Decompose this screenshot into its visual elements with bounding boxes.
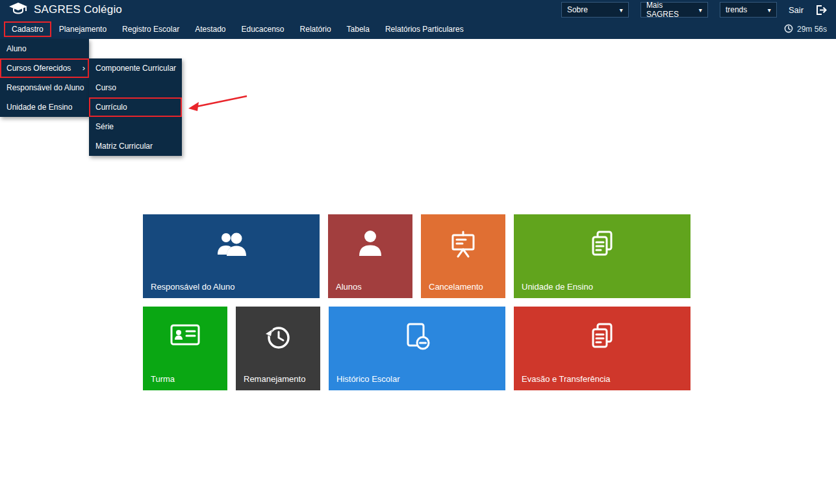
tile-label: Turma	[151, 374, 175, 384]
submenu-item-label: Matriz Curricular	[95, 136, 153, 156]
mais-sagres-dropdown-label: Mais SAGRES	[646, 1, 694, 19]
nav-item-planejamento[interactable]: Planejamento	[51, 21, 114, 37]
submenu-item-label: Série	[95, 117, 114, 136]
nav-item-tabela[interactable]: Tabela	[339, 21, 377, 37]
sobre-dropdown[interactable]: Sobre ▾	[561, 2, 629, 18]
submenu-item-componente-curricular[interactable]: Componente Curricular	[89, 58, 182, 78]
clock-icon	[784, 24, 793, 35]
session-timer: 29m 56s	[784, 24, 836, 35]
nav-item-relatorio[interactable]: Relatório	[292, 21, 339, 37]
top-bar: SAGRES Colégio Sobre ▾ Mais SAGRES ▾ tre…	[0, 0, 836, 19]
chevron-right-icon: ›	[82, 58, 85, 78]
tile-cancelamento[interactable]: Cancelamento	[421, 214, 505, 298]
tile-label: Alunos	[336, 282, 362, 292]
user-icon	[357, 230, 383, 260]
submenu-item-label: Currículo	[95, 97, 127, 117]
annotation-arrow	[184, 92, 249, 117]
tile-alunos[interactable]: Alunos	[328, 214, 412, 298]
chevron-down-icon: ▾	[768, 6, 771, 14]
brand: SAGRES Colégio	[0, 2, 122, 18]
tile-unidade-de-ensino[interactable]: Unidade de Ensino	[514, 214, 690, 298]
presentation-board-icon	[448, 230, 478, 262]
nav-item-relatorios-particulares[interactable]: Relatórios Particulares	[377, 21, 472, 37]
sair-link[interactable]: Sair	[789, 5, 804, 15]
menu-item-aluno[interactable]: Aluno	[0, 39, 89, 58]
users-icon	[214, 230, 248, 260]
copy-documents-icon	[587, 322, 617, 353]
submenu-item-serie[interactable]: Série	[89, 117, 182, 136]
chevron-down-icon: ▾	[699, 6, 702, 14]
logout-icon[interactable]	[815, 5, 827, 16]
tile-evasao-e-transferencia[interactable]: Evasão e Transferência	[514, 307, 690, 390]
tile-label: Cancelamento	[429, 282, 483, 292]
id-card-icon	[169, 322, 201, 351]
nav-item-atestado[interactable]: Atestado	[187, 21, 233, 37]
tile-responsavel-do-aluno[interactable]: Responsável do Aluno	[143, 214, 320, 298]
file-minus-icon	[402, 322, 432, 353]
tile-grid: Responsável do Aluno Alunos	[143, 214, 690, 390]
history-clock-icon	[263, 322, 293, 355]
submenu-item-label: Curso	[95, 78, 116, 97]
tile-historico-escolar[interactable]: Histórico Escolar	[329, 307, 505, 390]
cursos-oferecidos-submenu: Componente Curricular Curso Currículo Sé…	[89, 58, 182, 156]
tile-label: Histórico Escolar	[336, 374, 400, 384]
menu-item-label: Unidade de Ensino	[6, 97, 72, 117]
sobre-dropdown-label: Sobre	[567, 5, 588, 14]
nav-item-educacenso[interactable]: Educacenso	[234, 21, 292, 37]
nav-item-registro-escolar[interactable]: Registro Escolar	[114, 21, 187, 37]
session-timer-value: 29m 56s	[797, 25, 827, 34]
trends-dropdown[interactable]: trends ▾	[720, 2, 777, 18]
chevron-down-icon: ▾	[620, 6, 623, 14]
tile-label: Evasão e Transferência	[522, 374, 611, 384]
menu-item-cursos-oferecidos[interactable]: Cursos Oferecidos ›	[0, 58, 89, 78]
submenu-item-curriculo[interactable]: Currículo	[89, 97, 182, 117]
tile-remanejamento[interactable]: Remanejamento	[236, 307, 320, 390]
submenu-item-curso[interactable]: Curso	[89, 78, 182, 97]
submenu-item-matriz-curricular[interactable]: Matriz Curricular	[89, 136, 182, 156]
copy-documents-icon	[587, 230, 617, 261]
app-title: SAGRES Colégio	[34, 3, 122, 16]
submenu-item-label: Componente Curricular	[95, 58, 176, 78]
menu-item-responsavel-do-aluno[interactable]: Responsável do Aluno	[0, 78, 89, 97]
graduation-cap-icon	[9, 2, 27, 18]
cadastro-menu: Aluno Cursos Oferecidos › Responsável do…	[0, 39, 89, 117]
trends-dropdown-label: trends	[726, 5, 747, 14]
tile-label: Remanejamento	[244, 374, 305, 384]
mais-sagres-dropdown[interactable]: Mais SAGRES ▾	[640, 2, 708, 18]
menu-item-label: Aluno	[6, 39, 27, 58]
nav-item-cadastro[interactable]: Cadastro	[4, 21, 51, 37]
menu-item-unidade-de-ensino[interactable]: Unidade de Ensino	[0, 97, 89, 117]
menu-item-label: Responsável do Aluno	[6, 78, 84, 97]
tile-label: Responsável do Aluno	[151, 282, 234, 292]
tile-label: Unidade de Ensino	[522, 282, 593, 292]
main-nav: Cadastro Planejamento Registro Escolar A…	[0, 19, 836, 39]
tile-turma[interactable]: Turma	[143, 307, 227, 390]
menu-item-label: Cursos Oferecidos	[6, 58, 71, 78]
